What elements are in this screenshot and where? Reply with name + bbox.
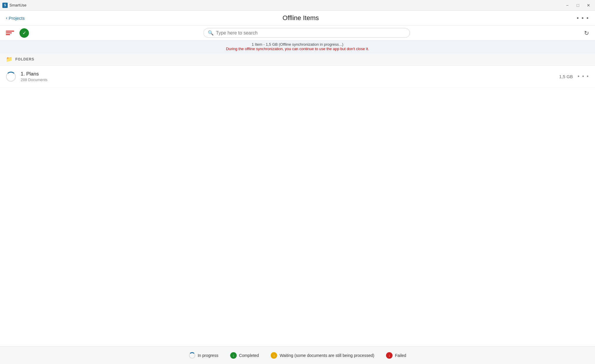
- close-button[interactable]: ✕: [584, 2, 593, 8]
- folder-item-right: 1,5 GB • • •: [559, 73, 589, 80]
- failed-icon: ↓: [386, 352, 393, 359]
- title-bar-controls: − □ ✕: [563, 2, 593, 8]
- completed-icon: ↓: [230, 352, 237, 359]
- refresh-button[interactable]: ↻: [584, 29, 589, 37]
- title-bar: S SmartUse − □ ✕: [0, 0, 595, 11]
- folder-icon: 📁: [6, 56, 12, 63]
- waiting-label: Waiting (some documents are still being …: [279, 353, 374, 358]
- title-bar-left: S SmartUse: [2, 3, 27, 8]
- status-main-text: 1 Item - 1,5 GB (Offline synchronization…: [6, 42, 589, 47]
- main-content: 1. Plans 288 Documents 1,5 GB • • •: [0, 66, 595, 346]
- app-logo: S: [2, 3, 8, 8]
- folder-item-left: 1. Plans 288 Documents: [6, 71, 48, 82]
- chevron-left-icon: ‹: [6, 15, 7, 21]
- folder-info: 1. Plans 288 Documents: [21, 71, 48, 82]
- header-menu-button[interactable]: • • •: [577, 15, 589, 22]
- status-item-completed: ↓ Completed: [230, 352, 259, 359]
- status-warning-text: During the offline synchronization, you …: [6, 47, 589, 51]
- app-name: SmartUse: [9, 3, 27, 7]
- status-banner: 1 Item - 1,5 GB (Offline synchronization…: [0, 40, 595, 53]
- folders-label: Folders: [15, 57, 34, 61]
- toolbar-left: ✓: [6, 28, 29, 38]
- page-title: Offline Items: [25, 14, 577, 22]
- completed-label: Completed: [239, 353, 259, 358]
- maximize-button[interactable]: □: [574, 2, 582, 8]
- toolbar: ✓ 🔍 ↻: [0, 26, 595, 40]
- folder-name: 1. Plans: [21, 71, 48, 77]
- search-container: 🔍: [203, 28, 410, 38]
- header-actions: • • •: [577, 15, 589, 22]
- folder-spinner-icon: [6, 72, 16, 82]
- filter-bar-3: [6, 34, 10, 35]
- minimize-button[interactable]: −: [563, 2, 571, 8]
- app-header: ‹ Projects Offline Items • • •: [0, 11, 595, 26]
- folders-header: 📁 Folders: [0, 53, 595, 66]
- search-box: 🔍: [203, 28, 410, 38]
- folder-size: 1,5 GB: [559, 74, 573, 79]
- search-icon: 🔍: [208, 30, 214, 36]
- check-filter-button[interactable]: ✓: [19, 28, 29, 38]
- filter-button[interactable]: [6, 29, 15, 37]
- folder-docs: 288 Documents: [21, 78, 48, 82]
- status-item-inprogress: In progress: [189, 352, 218, 359]
- back-label: Projects: [9, 16, 24, 21]
- back-button[interactable]: ‹ Projects: [6, 15, 25, 21]
- inprogress-icon: [189, 352, 195, 359]
- folder-item[interactable]: 1. Plans 288 Documents 1,5 GB • • •: [0, 66, 595, 88]
- waiting-icon: ↓: [271, 352, 277, 359]
- status-footer: In progress ↓ Completed ↓ Waiting (some …: [0, 346, 595, 364]
- inprogress-label: In progress: [198, 353, 218, 358]
- failed-label: Failed: [395, 353, 406, 358]
- status-item-waiting: ↓ Waiting (some documents are still bein…: [271, 352, 374, 359]
- filter-bar-2: [6, 32, 12, 33]
- search-input[interactable]: [216, 30, 406, 36]
- item-menu-button[interactable]: • • •: [578, 73, 589, 80]
- status-item-failed: ↓ Failed: [386, 352, 406, 359]
- filter-bar-1: [6, 31, 14, 32]
